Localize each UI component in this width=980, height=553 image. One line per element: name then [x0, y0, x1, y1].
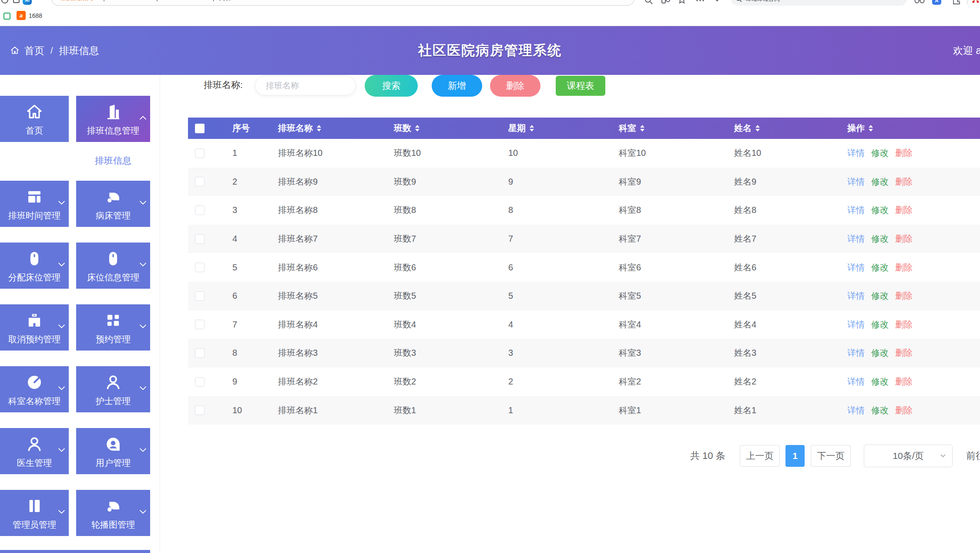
- row-checkbox[interactable]: [195, 148, 205, 158]
- page-1-button[interactable]: 1: [785, 445, 805, 467]
- sidebar-tile-11[interactable]: 用户管理: [76, 428, 150, 474]
- cell-person: 姓名10: [734, 139, 761, 168]
- detail-link[interactable]: 详情: [847, 405, 865, 416]
- column-header-6[interactable]: 操作: [847, 118, 873, 139]
- translate-icon[interactable]: A: [932, 0, 941, 5]
- edit-link[interactable]: 修改: [871, 347, 889, 359]
- column-header-1[interactable]: 排班名称: [278, 118, 321, 139]
- delete-link[interactable]: 删除: [895, 347, 913, 359]
- favorite-star-icon[interactable]: [677, 0, 687, 5]
- binoculars-icon[interactable]: [914, 0, 925, 5]
- delete-link[interactable]: 删除: [895, 147, 913, 159]
- detail-link[interactable]: 详情: [847, 204, 865, 216]
- more-options-icon[interactable]: [695, 0, 705, 5]
- screen: AI 域名直连访问 http://localhost:8081/#/paiban…: [0, 0, 980, 553]
- sidebar-tile-10[interactable]: 医生管理: [0, 428, 69, 474]
- sort-arrows-icon[interactable]: [755, 125, 760, 132]
- ai-extension-icon[interactable]: AI: [23, 0, 32, 5]
- sort-arrows-icon[interactable]: [317, 125, 321, 132]
- edit-link[interactable]: 修改: [871, 262, 889, 273]
- edit-link[interactable]: 修改: [871, 204, 889, 216]
- detail-link[interactable]: 详情: [847, 290, 865, 302]
- search-button[interactable]: 搜索: [365, 75, 418, 97]
- row-checkbox[interactable]: [195, 234, 205, 244]
- detail-link[interactable]: 详情: [847, 262, 865, 273]
- delete-link[interactable]: 删除: [895, 405, 913, 416]
- bookmark-1688[interactable]: a 1688: [17, 11, 42, 20]
- reload-icon[interactable]: [1, 0, 10, 5]
- sort-arrows-icon[interactable]: [869, 125, 873, 132]
- detail-link[interactable]: 详情: [847, 147, 865, 159]
- sidebar-tile-1[interactable]: 排班信息管理: [76, 96, 150, 142]
- sidebar-tile-0[interactable]: 首页: [0, 96, 69, 142]
- sidebar-tile-2[interactable]: 排班时间管理: [0, 181, 69, 227]
- edit-link[interactable]: 修改: [871, 290, 889, 302]
- sidebar-tile-7[interactable]: 预约管理: [76, 304, 150, 351]
- graph-extension-icon[interactable]: [971, 0, 980, 4]
- column-header-5[interactable]: 姓名: [734, 118, 760, 139]
- delete-link[interactable]: 删除: [895, 319, 913, 330]
- prev-page-button[interactable]: 上一页: [740, 445, 780, 467]
- column-header-3[interactable]: 星期: [508, 118, 534, 139]
- edit-link[interactable]: 修改: [871, 376, 889, 388]
- add-button[interactable]: 新增: [432, 75, 482, 97]
- sidebar-tile-13[interactable]: 轮播图管理: [76, 490, 150, 536]
- sort-arrows-icon[interactable]: [530, 125, 534, 132]
- row-checkbox[interactable]: [195, 291, 205, 301]
- edit-link[interactable]: 修改: [871, 319, 889, 330]
- green-bookmark-icon[interactable]: [3, 13, 10, 20]
- sidebar-tile-6[interactable]: 取消预约管理: [0, 304, 69, 351]
- detail-link[interactable]: 详情: [847, 233, 865, 245]
- detail-link[interactable]: 详情: [847, 376, 865, 388]
- timetable-button[interactable]: 课程表: [556, 76, 605, 96]
- edit-link[interactable]: 修改: [871, 147, 889, 159]
- row-checkbox[interactable]: [195, 206, 205, 215]
- sidebar-submenu-schedule-info[interactable]: 排班信息: [76, 155, 150, 167]
- sidebar-tile-3[interactable]: 病床管理: [76, 181, 150, 227]
- chevron-down-icon: [940, 454, 946, 458]
- breadcrumb-home[interactable]: 首页: [24, 44, 44, 57]
- sidebar-tile-12[interactable]: 管理员管理: [0, 490, 69, 536]
- sidebar-tile-8[interactable]: 科室名称管理: [0, 366, 69, 412]
- delete-button[interactable]: 删除: [490, 75, 540, 97]
- delete-link[interactable]: 删除: [895, 262, 913, 273]
- delete-link[interactable]: 删除: [895, 176, 913, 188]
- row-checkbox[interactable]: [195, 320, 205, 329]
- sort-arrows-icon[interactable]: [415, 125, 420, 132]
- schedule-name-input[interactable]: [255, 76, 356, 95]
- address-bar[interactable]: 域名直连访问 http://localhost:8081/#/paibanxin…: [51, 0, 634, 6]
- column-header-2[interactable]: 班数: [394, 118, 420, 139]
- select-all-checkbox[interactable]: [195, 124, 205, 133]
- sidebar-tile-label: 轮播图管理: [76, 519, 150, 531]
- row-checkbox[interactable]: [195, 348, 205, 358]
- row-checkbox[interactable]: [195, 263, 205, 272]
- detail-link[interactable]: 详情: [847, 176, 865, 188]
- sidebar-tile-9[interactable]: 护士管理: [76, 366, 150, 412]
- row-checkbox[interactable]: [195, 405, 205, 415]
- detail-link[interactable]: 详情: [847, 347, 865, 359]
- sidebar-tile-5[interactable]: 床位信息管理: [76, 243, 150, 289]
- delete-link[interactable]: 删除: [895, 204, 913, 216]
- pagination-total: 共 10 条: [690, 445, 725, 467]
- sidebar-tile-4[interactable]: 分配床位管理: [0, 243, 69, 289]
- column-header-4[interactable]: 科室: [619, 118, 644, 139]
- row-checkbox[interactable]: [195, 177, 205, 186]
- edit-link[interactable]: 修改: [871, 233, 889, 245]
- edit-link[interactable]: 修改: [871, 405, 889, 416]
- sort-arrows-icon[interactable]: [640, 125, 644, 132]
- page-size-select[interactable]: 10条/页: [864, 445, 953, 467]
- bookmark-1688-label: 1688: [29, 12, 42, 19]
- zoom-icon[interactable]: [644, 0, 654, 5]
- next-page-button[interactable]: 下一页: [811, 445, 851, 467]
- browser-search-box[interactable]: 哔哩哔哩官网: [731, 0, 907, 6]
- delete-link[interactable]: 删除: [895, 233, 913, 245]
- stop-icon[interactable]: [13, 0, 20, 3]
- edit-link[interactable]: 修改: [871, 176, 889, 188]
- chevron-down-icon[interactable]: [714, 0, 721, 3]
- detail-link[interactable]: 详情: [847, 319, 865, 330]
- delete-link[interactable]: 删除: [895, 290, 913, 302]
- reading-mode-icon[interactable]: [661, 0, 671, 5]
- delete-link[interactable]: 删除: [895, 376, 913, 388]
- row-checkbox[interactable]: [195, 377, 205, 387]
- extensions-puzzle-icon[interactable]: [951, 0, 961, 5]
